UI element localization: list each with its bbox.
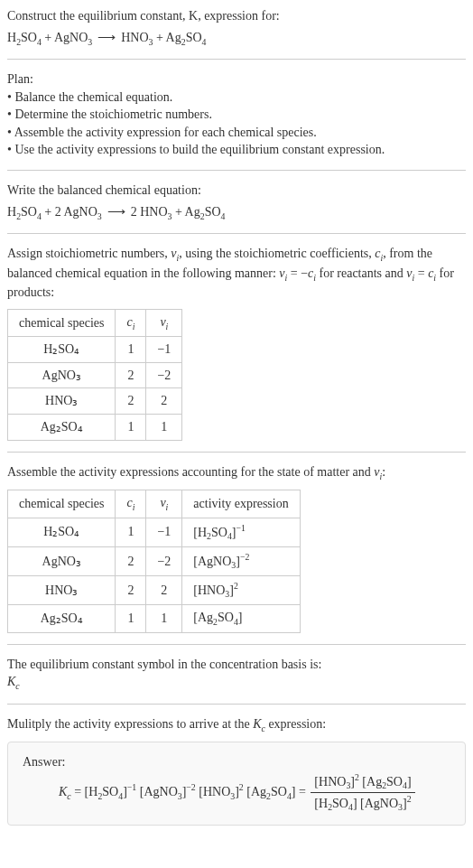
answer-equation: Kc = [H2SO4]−1 [AgNO3]−2 [HNO3]2 [Ag2SO4…	[59, 771, 450, 814]
col-nui: νi	[146, 309, 182, 337]
divider	[7, 59, 466, 60]
multiply-line: Mulitply the activity expressions to arr…	[7, 715, 466, 735]
fraction: [HNO3]2 [Ag2SO4][H2SO4] [AgNO3]2	[311, 771, 414, 814]
arrow-icon: ⟶	[97, 31, 116, 44]
plan-bullet: • Use the activity expressions to build …	[7, 141, 466, 159]
table-row: H₂SO₄1−1 [H2SO4]−1	[8, 518, 301, 546]
kc-line: The equilibrium constant symbol in the c…	[7, 656, 466, 693]
arrow-icon: ⟶	[107, 205, 125, 219]
table-row: H₂SO₄1−1	[8, 337, 182, 363]
col-nui: νi	[146, 490, 182, 518]
table-header-row: chemical species ci νi	[8, 309, 182, 337]
col-species: chemical species	[8, 490, 116, 518]
col-species: chemical species	[8, 309, 116, 337]
plan-bullet: • Balance the chemical equation.	[7, 89, 466, 107]
activity-table: chemical species ci νi activity expressi…	[7, 490, 301, 632]
answer-box: Answer: Kc = [H2SO4]−1 [AgNO3]−2 [HNO3]2…	[7, 742, 466, 826]
plan-title: Plan:	[7, 70, 466, 89]
divider	[7, 170, 466, 171]
stoich-text: Assign stoichiometric numbers, νi, using…	[7, 245, 466, 302]
balanced: Write the balanced chemical equation: H2…	[7, 182, 466, 222]
plan: Plan: • Balance the chemical equation. •…	[7, 70, 466, 159]
divider	[7, 233, 466, 234]
col-ci: ci	[116, 309, 146, 337]
activity-line: Assemble the activity expressions accoun…	[7, 463, 466, 483]
col-ci: ci	[116, 490, 146, 518]
divider	[7, 704, 466, 705]
table-row: HNO₃22 [HNO3]2	[8, 575, 301, 604]
intro: Construct the equilibrium constant, K, e…	[7, 7, 466, 48]
intro-line: Construct the equilibrium constant, K, e…	[7, 7, 466, 25]
balanced-line: Write the balanced chemical equation:	[7, 182, 466, 200]
table-row: Ag₂SO₄11	[8, 415, 182, 441]
table-row: Ag₂SO₄11 [Ag2SO4]	[8, 605, 301, 633]
divider	[7, 452, 466, 453]
stoich-table: chemical species ci νi H₂SO₄1−1 AgNO₃2−2…	[7, 309, 182, 441]
table-row: AgNO₃2−2 [AgNO3]−2	[8, 546, 301, 575]
table-row: AgNO₃2−2	[8, 362, 182, 388]
balanced-equation: H2SO4 + 2 AgNO3⟶2 HNO3 + Ag2SO4	[7, 203, 466, 223]
plan-bullet: • Determine the stoichiometric numbers.	[7, 106, 466, 124]
divider	[7, 644, 466, 645]
table-header-row: chemical species ci νi activity expressi…	[8, 490, 301, 518]
plan-bullet: • Assemble the activity expression for e…	[7, 124, 466, 142]
unbalanced-equation: H2SO4 + AgNO3⟶HNO3 + Ag2SO4	[7, 29, 466, 49]
table-row: HNO₃22	[8, 388, 182, 415]
answer-label: Answer:	[23, 753, 450, 771]
col-activity: activity expression	[182, 490, 300, 518]
